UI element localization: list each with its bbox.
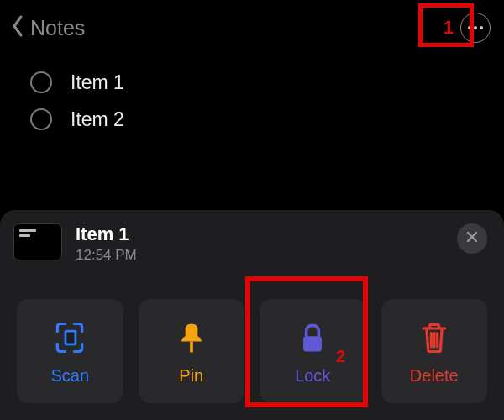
svg-rect-1 <box>67 332 75 343</box>
list-item[interactable]: Item 1 <box>30 64 479 101</box>
list-item[interactable]: Item 2 <box>30 101 479 138</box>
close-icon <box>465 230 479 247</box>
radio-unchecked-icon[interactable] <box>30 71 52 93</box>
chevron-left-icon <box>8 14 27 41</box>
note-thumbnail-icon <box>13 223 62 260</box>
list-item-label: Item 1 <box>71 71 124 94</box>
actions-row: Scan Pin Lock <box>13 299 491 403</box>
sheet-title: Item 1 <box>76 223 137 245</box>
annotation-marker-1: 1 <box>444 17 454 39</box>
action-label: Lock <box>295 366 330 386</box>
sheet-title-block: Item 1 12:54 PM <box>76 223 137 264</box>
scan-button[interactable]: Scan <box>17 299 123 403</box>
lock-button[interactable]: Lock <box>260 299 366 403</box>
svg-rect-3 <box>303 336 322 351</box>
nav-right: 1 <box>444 13 491 43</box>
action-label: Delete <box>410 366 459 386</box>
scan-icon <box>51 318 88 358</box>
nav-bar: Notes 1 <box>0 0 504 47</box>
close-button[interactable] <box>457 223 487 254</box>
radio-unchecked-icon[interactable] <box>30 108 52 130</box>
action-label: Pin <box>179 366 203 386</box>
more-icon <box>468 26 483 29</box>
pin-button[interactable]: Pin <box>139 299 245 403</box>
checklist: Item 1 Item 2 <box>0 47 504 138</box>
lock-icon <box>294 318 331 358</box>
back-button[interactable]: Notes <box>8 14 85 41</box>
back-label: Notes <box>30 16 85 40</box>
pin-icon <box>173 318 210 358</box>
trash-icon <box>416 318 453 358</box>
delete-button[interactable]: Delete <box>381 299 488 403</box>
action-sheet: Item 1 12:54 PM <box>0 210 504 420</box>
sheet-timestamp: 12:54 PM <box>76 247 137 264</box>
more-button[interactable] <box>460 13 491 43</box>
list-item-label: Item 2 <box>71 108 124 131</box>
svg-rect-2 <box>190 341 193 352</box>
action-label: Scan <box>50 366 89 386</box>
sheet-header: Item 1 12:54 PM <box>13 223 491 264</box>
